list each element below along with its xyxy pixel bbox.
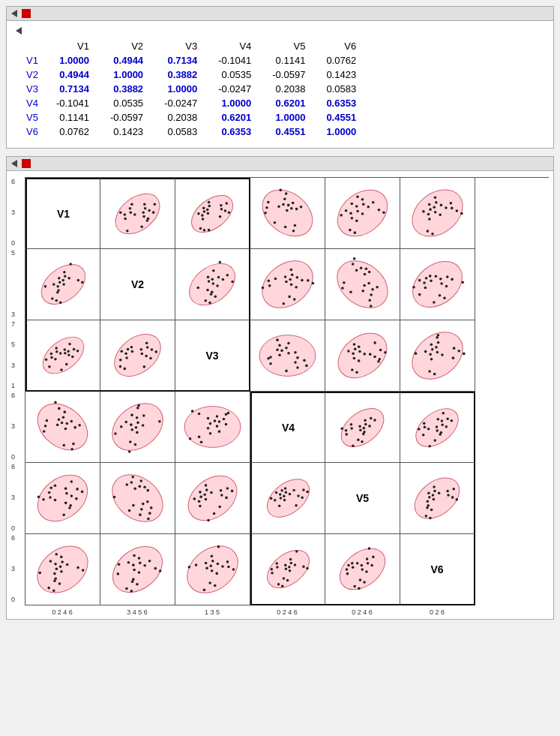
scatter-plot-cell[interactable] [100,534,175,605]
row-label: V5 [16,110,46,125]
svg-point-15 [146,219,149,222]
svg-point-163 [368,299,371,302]
table-row: V11.00000.49440.7134-0.10410.11410.0762 [16,53,367,68]
scatter-plot-cell[interactable] [250,320,325,392]
svg-point-299 [62,416,65,419]
svg-point-398 [70,480,73,483]
scatter-plot-cell[interactable] [400,249,475,320]
svg-point-17 [143,203,146,206]
scatter-plot-cell[interactable] [250,534,325,605]
svg-point-124 [204,299,207,302]
svg-point-511 [148,560,151,563]
svg-point-298 [54,401,57,404]
svg-point-194 [54,358,56,360]
scatter-plot-cell[interactable] [100,392,175,463]
svg-point-552 [347,564,350,567]
svg-point-343 [345,433,348,436]
svg-point-492 [60,556,63,559]
svg-point-517 [211,569,214,572]
scatter-plot-cell[interactable] [175,392,250,463]
svg-point-399 [103,465,172,531]
cell-value: 1.0000 [46,53,100,68]
scatter-label-v4: V4 [250,392,325,463]
scatter-plot-cell[interactable] [100,463,175,534]
svg-point-216 [119,365,122,368]
svg-point-494 [104,537,172,602]
svg-point-37 [220,204,223,207]
scatter-plot-cell[interactable] [325,320,400,392]
scatter-plot-cell[interactable] [325,534,400,605]
svg-point-159 [370,305,373,308]
svg-point-420 [199,505,202,508]
scatter-label-v5: V5 [325,463,400,534]
svg-point-111 [56,285,58,287]
scatter-plot-cell[interactable] [325,392,400,463]
svg-point-217 [151,348,154,351]
scatter-plot-cell[interactable] [400,320,475,392]
scatter-plot-cell[interactable] [175,178,250,249]
svg-point-490 [54,563,57,566]
scatter-plot-cell[interactable] [250,178,325,249]
scatter-plot-cell[interactable] [25,463,100,534]
svg-point-100 [62,283,64,285]
svg-point-340 [225,413,228,416]
svg-point-131 [211,278,214,281]
svg-point-176 [430,279,433,282]
svg-point-151 [289,278,292,281]
svg-point-3 [130,211,133,214]
scatter-plot-cell[interactable] [25,249,100,320]
svg-point-291 [64,428,67,431]
scatter-collapse-icon[interactable] [11,160,17,167]
scatter-plot-cell[interactable] [100,178,175,249]
svg-point-150 [290,269,293,272]
svg-point-129 [214,295,217,298]
corr-collapse-icon[interactable] [16,27,22,35]
correlations-table: V1 V2 V3 V4 V5 V6 V11.00000.49440.7134-0… [16,39,367,139]
collapse-icon[interactable] [11,10,17,17]
svg-point-211 [125,356,128,359]
svg-point-265 [373,341,376,344]
svg-point-377 [436,425,439,428]
svg-point-178 [445,285,448,288]
svg-point-259 [347,350,350,353]
svg-point-392 [62,513,65,516]
svg-point-149 [293,298,296,301]
svg-point-335 [191,410,194,413]
scatter-plot-cell[interactable] [175,534,250,605]
scatter-plot-cell[interactable] [25,392,100,463]
scatter-plot-cell[interactable] [400,392,475,463]
svg-point-482 [66,563,69,566]
svg-point-1 [124,218,127,221]
svg-point-478 [54,577,57,580]
svg-point-353 [340,428,343,431]
svg-point-18 [142,211,145,214]
svg-point-345 [350,427,353,430]
scatter-plot-cell[interactable] [400,463,475,534]
svg-point-42 [295,208,298,211]
scatter-plot-cell[interactable] [175,249,250,320]
svg-point-274 [441,353,444,356]
svg-point-443 [297,494,299,497]
svg-point-145 [262,287,265,290]
scatter-plot-cell[interactable] [400,178,475,249]
scatter-plot-cell[interactable] [250,463,325,534]
scatter-plot-cell[interactable] [175,463,250,534]
svg-point-344 [359,429,362,432]
svg-point-496 [117,572,120,575]
scatter-plot-cell[interactable] [25,320,100,392]
svg-point-566 [346,568,349,571]
scatter-plot-cell[interactable] [25,534,100,605]
svg-point-240 [269,362,272,365]
svg-point-309 [136,431,139,434]
svg-point-311 [142,424,145,427]
svg-point-204 [50,353,52,355]
svg-point-144 [283,302,286,305]
svg-point-189 [429,275,432,278]
scatter-plot-cell[interactable] [325,249,400,320]
scatter-plot-cell[interactable] [325,178,400,249]
scatter-plot-cell[interactable] [250,249,325,320]
svg-point-232 [278,354,281,357]
scatter-plot-cell[interactable] [100,320,175,392]
svg-point-331 [218,430,221,433]
svg-point-70 [351,203,354,206]
